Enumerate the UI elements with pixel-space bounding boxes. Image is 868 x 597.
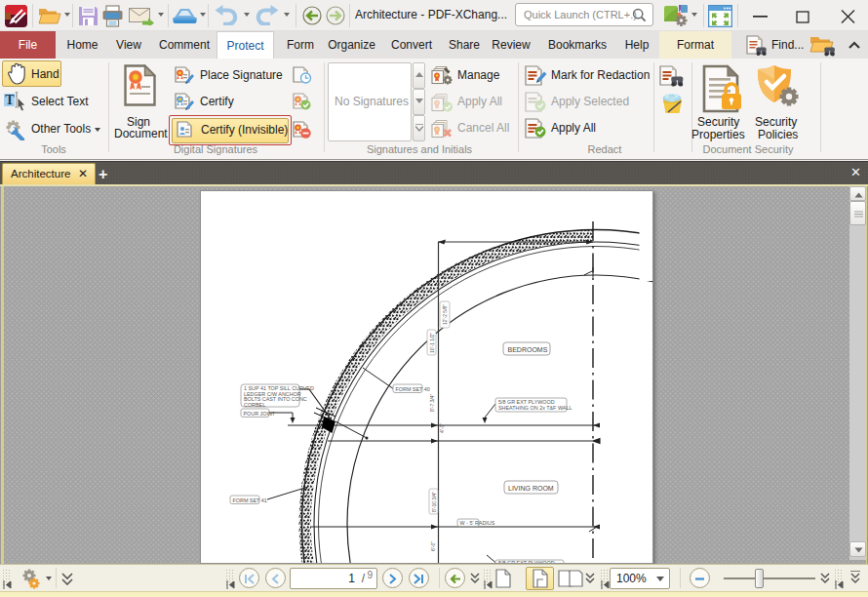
svg-text:FORM SET 40: FORM SET 40 (396, 386, 430, 392)
svg-text:POUR JOINT: POUR JOINT (244, 411, 276, 417)
svg-text:CORBEL: CORBEL (244, 402, 265, 408)
svg-text:6'-0": 6'-0" (430, 541, 436, 551)
svg-text:W - 5' RADIUS: W - 5' RADIUS (460, 520, 495, 526)
svg-text:LIVING ROOM: LIVING ROOM (508, 485, 554, 492)
svg-text:FORM SET 41: FORM SET 41 (233, 498, 267, 503)
svg-text:4'-3": 4'-3" (439, 423, 445, 433)
svg-text:BEDROOMS: BEDROOMS (508, 346, 548, 353)
svg-text:12'-2 5/8": 12'-2 5/8" (442, 304, 448, 325)
svg-text:8'-10 3/4": 8'-10 3/4" (431, 492, 437, 512)
svg-text:T: T (5, 93, 15, 107)
svg-text:SHEATHING ON 2x T&F WALL: SHEATHING ON 2x T&F WALL (498, 405, 572, 411)
svg-text:10'-1 1/2": 10'-1 1/2" (429, 333, 435, 353)
svg-text:8'-7 3/4": 8'-7 3/4" (429, 393, 435, 412)
